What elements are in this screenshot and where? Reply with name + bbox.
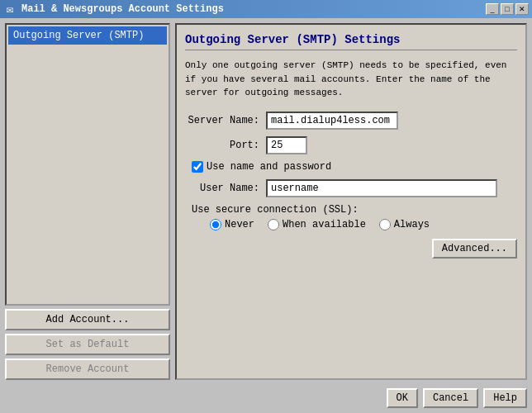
main-container: Outgoing Server (SMTP) Add Account... Se… — [0, 18, 532, 413]
ssl-always-radio[interactable] — [379, 219, 391, 230]
ssl-never-label: Never — [225, 219, 254, 230]
server-name-row: Server Name: — [185, 112, 517, 130]
use-name-password-label: Use name and password — [207, 161, 331, 173]
ssl-never-option: Never — [210, 219, 254, 230]
content-area: Outgoing Server (SMTP) Add Account... Se… — [5, 23, 527, 380]
remove-account-button[interactable]: Remove Account — [5, 358, 170, 380]
right-panel: Outgoing Server (SMTP) Settings Only one… — [175, 23, 527, 380]
bottom-bar: OK Cancel Help — [5, 385, 527, 408]
ssl-radio-row: Never When available Always — [210, 219, 517, 230]
port-label: Port: — [185, 140, 259, 151]
server-name-input[interactable] — [266, 112, 398, 130]
description-text: Only one outgoing server (SMTP) needs to… — [185, 59, 517, 100]
advanced-button[interactable]: Advanced... — [432, 239, 517, 259]
minimize-button[interactable]: _ — [486, 3, 499, 15]
account-item-smtp[interactable]: Outgoing Server (SMTP) — [8, 26, 167, 45]
use-name-password-checkbox[interactable] — [192, 161, 203, 173]
window-controls: _ □ ✕ — [486, 3, 529, 15]
set-default-button[interactable]: Set as Default — [5, 334, 170, 355]
advanced-row: Advanced... — [185, 239, 517, 259]
ok-button[interactable]: OK — [387, 388, 418, 408]
maximize-button[interactable]: □ — [501, 3, 514, 15]
add-account-button[interactable]: Add Account... — [5, 309, 170, 330]
ssl-never-radio[interactable] — [210, 219, 221, 230]
ssl-when-available-option: When available — [268, 219, 366, 230]
port-row: Port: — [185, 136, 517, 154]
help-button[interactable]: Help — [483, 388, 527, 408]
ssl-always-option: Always — [379, 219, 430, 230]
account-list: Outgoing Server (SMTP) — [5, 23, 170, 306]
use-name-password-row: Use name and password — [192, 161, 517, 173]
close-button[interactable]: ✕ — [515, 3, 529, 15]
username-row: User Name: — [185, 179, 517, 197]
title-bar: ✉ Mail & Newsgroups Account Settings _ □… — [0, 0, 532, 18]
ssl-when-available-radio[interactable] — [268, 219, 279, 230]
ssl-section: Use secure connection (SSL): Never When … — [185, 204, 517, 230]
app-icon: ✉ — [3, 2, 17, 16]
ssl-label: Use secure connection (SSL): — [192, 204, 517, 216]
username-label: User Name: — [185, 183, 259, 194]
cancel-button[interactable]: Cancel — [423, 388, 478, 408]
port-input[interactable] — [266, 136, 307, 154]
username-input[interactable] — [266, 179, 497, 197]
left-panel: Outgoing Server (SMTP) Add Account... Se… — [5, 23, 170, 380]
ssl-when-available-label: When available — [283, 219, 366, 230]
left-buttons: Add Account... Set as Default Remove Acc… — [5, 309, 170, 380]
server-name-label: Server Name: — [185, 115, 259, 126]
panel-title: Outgoing Server (SMTP) Settings — [185, 33, 517, 50]
title-bar-text: Mail & Newsgroups Account Settings — [21, 3, 486, 15]
ssl-always-label: Always — [394, 219, 430, 230]
